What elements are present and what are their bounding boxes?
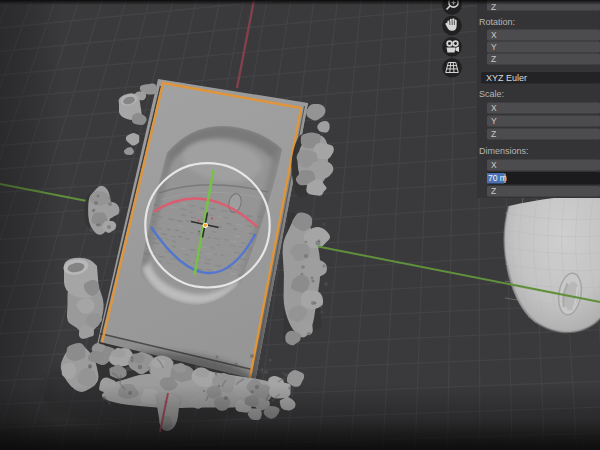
svg-text:Z: Z (491, 129, 496, 139)
svg-text:Y: Y (491, 42, 497, 52)
svg-text:XYZ Euler: XYZ Euler (486, 73, 527, 83)
svg-text:Scale:: Scale: (479, 89, 504, 99)
svg-text:X: X (491, 30, 497, 40)
svg-text:Dimensions:: Dimensions: (479, 146, 529, 156)
svg-text:Rotation:: Rotation: (479, 17, 515, 27)
svg-text:70 m: 70 m (488, 173, 507, 183)
svg-text:X: X (491, 103, 497, 113)
svg-text:Z: Z (491, 54, 496, 64)
svg-text:Y: Y (491, 116, 497, 126)
svg-text:Z: Z (491, 186, 496, 196)
svg-text:X: X (491, 160, 497, 170)
